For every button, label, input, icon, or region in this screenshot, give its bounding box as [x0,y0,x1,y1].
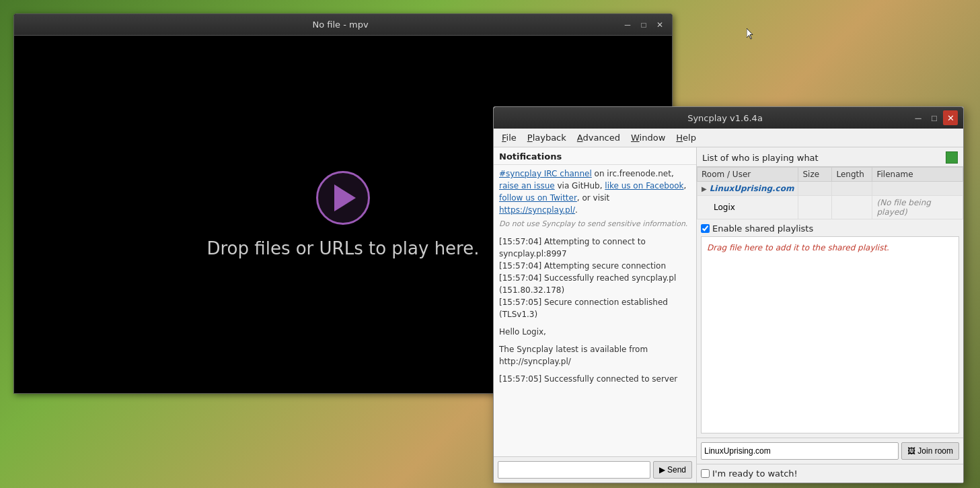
playlist-enable-checkbox[interactable] [701,224,710,233]
notification-hello: Hello Logix, [499,326,691,338]
room-name-cell: ▶ LinuxUprising.com [698,182,798,196]
mpv-minimize-button[interactable]: ─ [621,18,634,32]
github-link[interactable]: raise an issue [499,181,555,190]
menu-window[interactable]: Window [626,131,671,145]
room-name-link[interactable]: LinuxUprising.com [710,184,794,193]
list-header: List of who is playing what [697,147,963,167]
user-name-cell: Logix [698,196,798,219]
do-not-use-text: Do not use Syncplay to send sensitive in… [499,219,691,230]
mpv-title: No file - mpv [60,20,621,30]
user-length-cell [832,196,872,219]
col-length: Length [832,168,872,182]
playlist-drop-text: Drag file here to add it to the shared p… [707,243,889,252]
playlist-enable-row: Enable shared playlists [701,223,959,234]
col-room-user: Room / User [698,168,798,182]
send-icon: ▶ [659,465,665,475]
chat-input-row: ▶ Send [494,456,696,483]
menu-file[interactable]: FFileile [496,131,522,145]
user-filename-cell: (No file being played) [872,196,963,219]
notification-latest: The Syncplay latest is available from ht… [499,343,691,368]
notification-links: #syncplay IRC channel on irc.freenode.ne… [499,168,691,216]
notification-reached: [15:57:04] Successfully reached syncplay… [499,272,691,296]
expand-arrow-icon: ▶ [702,185,707,193]
syncplay-title: Syncplay v1.6.4a [539,113,911,123]
syncplay-window: Syncplay v1.6.4a ─ □ ✕ FFileile Playback… [493,106,964,483]
mpv-close-button[interactable]: ✕ [653,18,667,32]
menu-advanced[interactable]: Advanced [572,131,626,145]
facebook-link[interactable]: like us on Facebook [605,181,683,190]
room-length-cell [832,182,872,196]
mpv-maximize-button[interactable]: □ [637,18,650,32]
col-size: Size [798,168,832,182]
room-join-row: 🖼 Join room [697,438,963,464]
table-row: Logix (No file being played) [698,196,963,219]
chat-input[interactable] [498,461,650,479]
join-room-label: Join room [917,446,953,456]
mpv-window-controls: ─ □ ✕ [621,18,667,32]
user-table: Room / User Size Length Filename ▶ Linux… [697,167,963,219]
playlist-enable-label[interactable]: Enable shared playlists [712,223,813,234]
mpv-titlebar: No file - mpv ─ □ ✕ [14,14,672,36]
syncplay-maximize-button[interactable]: □ [927,110,942,125]
room-size-cell [798,182,832,196]
table-row: ▶ LinuxUprising.com [698,182,963,196]
green-status-indicator [946,151,958,164]
syncplay-close-button[interactable]: ✕ [943,110,958,125]
ready-checkbox[interactable] [701,469,710,478]
user-table-container: Room / User Size Length Filename ▶ Linux… [697,167,963,219]
no-file-text: (No file being played) [876,198,930,217]
twitter-link[interactable]: follow us on Twitter [499,193,577,203]
room-filename-cell [872,182,963,196]
ready-label[interactable]: I'm ready to watch! [712,468,798,479]
irc-link[interactable]: #syncplay IRC channel [499,169,592,178]
notifications-panel: Notifications #syncplay IRC channel on i… [494,147,697,483]
ready-row: I'm ready to watch! [697,464,963,483]
notifications-header: Notifications [494,147,696,165]
notification-connected: [15:57:05] Successfully connected to ser… [499,373,691,385]
syncplay-body: Notifications #syncplay IRC channel on i… [494,147,963,483]
notification-secure-attempt: [15:57:04] Attempting secure connection [499,260,691,272]
syncplay-url-link[interactable]: https://syncplay.pl/ [499,205,575,215]
join-room-icon: 🖼 [907,446,915,456]
col-filename: Filename [872,168,963,182]
notifications-content[interactable]: #syncplay IRC channel on irc.freenode.ne… [494,165,696,456]
menu-playback[interactable]: Playback [522,131,572,145]
room-name-input[interactable] [701,442,899,460]
syncplay-titlebar: Syncplay v1.6.4a ─ □ ✕ [494,107,963,129]
send-label: Send [667,465,686,475]
play-triangle-icon [334,184,356,211]
notification-connect-attempt: [15:57:04] Attempting to connect to sync… [499,236,691,260]
play-button-icon [316,171,370,225]
playlist-drop-area[interactable]: Drag file here to add it to the shared p… [701,236,959,433]
playlist-section: Enable shared playlists Drag file here t… [697,219,963,438]
list-header-title: List of who is playing what [702,153,819,163]
notification-tls: [15:57:05] Secure connection established… [499,296,691,320]
join-room-button[interactable]: 🖼 Join room [901,442,959,460]
syncplay-menubar: FFileile Playback Advanced Window Help [494,129,963,147]
right-panel: List of who is playing what Room / User … [697,147,963,483]
table-header-row: Room / User Size Length Filename [698,168,963,182]
menu-help[interactable]: Help [671,131,702,145]
send-button[interactable]: ▶ Send [653,461,692,479]
drop-files-text: Drop files or URLs to play here. [206,238,479,258]
user-size-cell [798,196,832,219]
syncplay-minimize-button[interactable]: ─ [911,110,926,125]
